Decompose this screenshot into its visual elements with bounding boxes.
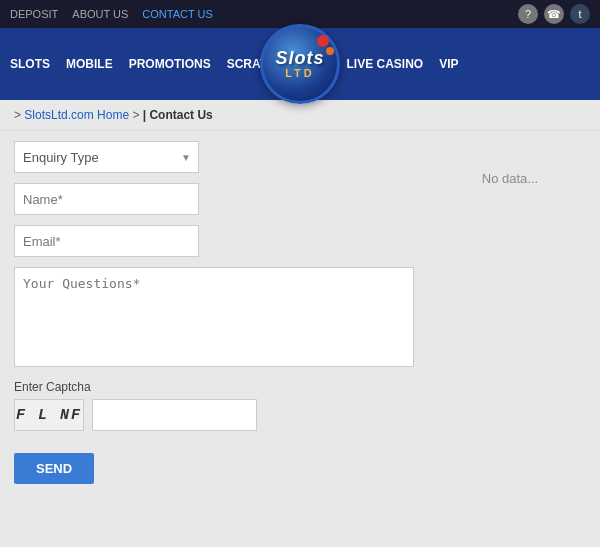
send-button[interactable]: SEND	[14, 453, 94, 484]
email-input[interactable]	[14, 225, 199, 257]
breadcrumb-home[interactable]: SlotsLtd.com Home	[24, 108, 129, 122]
tumblr-icon[interactable]: t	[570, 4, 590, 24]
form-section: Enquiry Type ▼ Enter Captcha F L NF SEN	[14, 141, 414, 484]
no-data-text: No data...	[434, 151, 586, 206]
main-header: SLOTS MOBILE PROMOTIONS SCRATCH CARDS LI…	[0, 28, 600, 100]
logo-dot-red	[317, 35, 329, 47]
logo-dot-orange	[326, 47, 334, 55]
captcha-row: F L NF	[14, 399, 414, 431]
logo-text-ltd: LTD	[285, 67, 315, 79]
help-icon[interactable]: ?	[518, 4, 538, 24]
nav-slots[interactable]: SLOTS	[10, 57, 50, 71]
top-nav-items: DEPOSIT ABOUT US CONTACT US	[10, 8, 518, 20]
content-area: Enquiry Type ▼ Enter Captcha F L NF SEN	[0, 131, 600, 504]
name-group	[14, 183, 414, 215]
top-nav-about[interactable]: ABOUT US	[72, 8, 128, 20]
phone-icon[interactable]: ☎	[544, 4, 564, 24]
captcha-image: F L NF	[14, 399, 84, 431]
captcha-input[interactable]	[92, 399, 257, 431]
breadcrumb-separator: >	[132, 108, 142, 122]
breadcrumb-arrow: >	[14, 108, 24, 122]
breadcrumb: > SlotsLtd.com Home > | Contact Us	[0, 100, 600, 131]
logo-text-slots: Slots	[275, 49, 324, 67]
email-group	[14, 225, 414, 257]
breadcrumb-current: | Contact Us	[143, 108, 213, 122]
nav-promotions[interactable]: PROMOTIONS	[129, 57, 211, 71]
logo-area: Slots LTD	[260, 24, 340, 104]
logo: Slots LTD	[260, 24, 340, 104]
top-nav-icons: ? ☎ t	[518, 4, 590, 24]
main-nav: SLOTS MOBILE PROMOTIONS SCRATCH CARDS LI…	[10, 57, 459, 71]
questions-group	[14, 267, 414, 370]
enquiry-type-wrapper: Enquiry Type ▼	[14, 141, 199, 173]
captcha-group: Enter Captcha F L NF	[14, 380, 414, 431]
enquiry-type-group: Enquiry Type ▼	[14, 141, 414, 173]
nav-vip[interactable]: VIP	[439, 57, 458, 71]
top-nav-deposit[interactable]: DEPOSIT	[10, 8, 58, 20]
top-nav-contact[interactable]: CONTACT US	[142, 8, 213, 20]
name-input[interactable]	[14, 183, 199, 215]
enquiry-type-select[interactable]: Enquiry Type	[14, 141, 199, 173]
questions-textarea[interactable]	[14, 267, 414, 367]
captcha-label: Enter Captcha	[14, 380, 414, 394]
right-section: No data...	[434, 141, 586, 484]
nav-live-casino[interactable]: LIVE CASINO	[346, 57, 423, 71]
nav-mobile[interactable]: MOBILE	[66, 57, 113, 71]
